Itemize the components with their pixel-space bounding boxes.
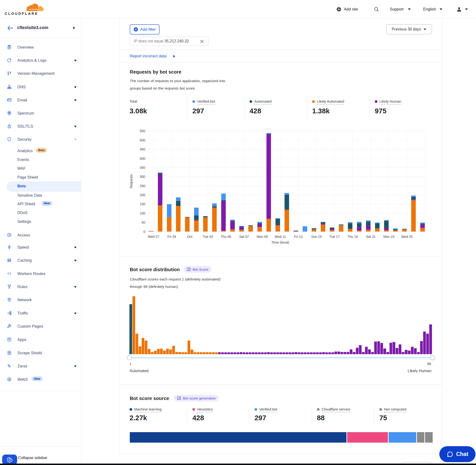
- svg-text:Wed 11: Wed 11: [275, 235, 286, 239]
- svg-text:500: 500: [140, 138, 146, 142]
- svg-text:Fri 13: Fri 13: [294, 235, 303, 239]
- svg-text:Tue 03: Tue 03: [203, 235, 213, 239]
- svg-text:CLOUDFLARE: CLOUDFLARE: [5, 12, 38, 15]
- svg-text:Sat 21: Sat 21: [366, 235, 376, 239]
- svg-text:Requests: Requests: [129, 174, 133, 188]
- svg-text:50: 50: [141, 221, 145, 224]
- svg-text:Mon 09: Mon 09: [257, 235, 268, 239]
- svg-text:250: 250: [140, 184, 146, 188]
- svg-text:450: 450: [140, 147, 146, 151]
- svg-text:Sun 15: Sun 15: [311, 235, 322, 239]
- svg-text:Time (local): Time (local): [271, 241, 289, 244]
- svg-text:Fri 29: Fri 29: [167, 235, 176, 239]
- svg-text:550: 550: [140, 129, 146, 133]
- svg-text:0: 0: [143, 230, 145, 233]
- svg-text:150: 150: [140, 202, 146, 206]
- svg-text:300: 300: [140, 175, 146, 179]
- svg-text:Thu 19: Thu 19: [348, 235, 358, 239]
- svg-text:Oct: Oct: [187, 235, 192, 239]
- svg-text:Wed 25: Wed 25: [401, 235, 413, 239]
- svg-text:Wed 27: Wed 27: [148, 235, 159, 239]
- svg-text:400: 400: [140, 157, 146, 160]
- svg-text:Tue 17: Tue 17: [329, 235, 339, 239]
- svg-text:Mon 23: Mon 23: [383, 235, 395, 239]
- svg-text:Sat 07: Sat 07: [239, 235, 249, 239]
- svg-text:350: 350: [140, 166, 146, 169]
- svg-text:Thu 05: Thu 05: [221, 235, 231, 239]
- svg-text:100: 100: [140, 211, 146, 215]
- svg-text:200: 200: [140, 193, 146, 197]
